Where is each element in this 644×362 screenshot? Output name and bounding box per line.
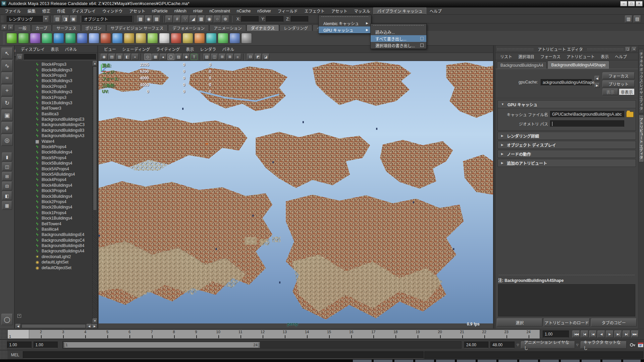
camera-tool-icon[interactable]: ▥ bbox=[116, 54, 123, 60]
x-input[interactable] bbox=[241, 16, 259, 22]
browse-folder-icon[interactable] bbox=[626, 112, 634, 117]
outliner-item[interactable]: ϟ BellTower4 bbox=[15, 221, 92, 226]
select-hierarchy-icon[interactable]: ▩ bbox=[137, 15, 144, 23]
current-frame-marker[interactable]: 1 bbox=[8, 330, 29, 339]
shelf-tab[interactable]: ポリゴン bbox=[81, 24, 106, 31]
snap-point-icon[interactable]: ∵ bbox=[181, 15, 189, 23]
option-box-icon[interactable] bbox=[420, 44, 424, 47]
viewport-canvas[interactable]: 頂点:220500エッジ:620000フェース:400000三角形:400000… bbox=[99, 61, 493, 328]
shading-toggle-icon[interactable]: ◆ bbox=[183, 54, 190, 60]
shelf-tool[interactable] bbox=[182, 33, 193, 44]
shading-toggle-icon[interactable]: T bbox=[191, 54, 198, 60]
outliner-item[interactable]: ϟ Block5AProps4 bbox=[15, 166, 92, 171]
current-time-field[interactable]: 1.00 bbox=[543, 330, 569, 338]
menu-item[interactable]: アセット bbox=[126, 7, 149, 14]
display-toggle-icon[interactable]: ⊠ bbox=[226, 54, 233, 60]
shelf-tool[interactable] bbox=[124, 33, 135, 44]
y-input[interactable] bbox=[266, 16, 283, 22]
ae-drag-handle[interactable] bbox=[497, 48, 534, 51]
frame-tick[interactable]: 15 bbox=[318, 330, 340, 339]
gpu-submenu-item[interactable]: 選択項目の書き出し... bbox=[371, 42, 426, 49]
close-button[interactable]: × bbox=[636, 1, 643, 6]
ae-menu-item[interactable]: 表示 bbox=[598, 54, 611, 59]
menu-item[interactable]: マッスル bbox=[351, 7, 373, 14]
select-object-icon[interactable]: ◉ bbox=[145, 15, 152, 23]
menu-item[interactable]: 作成 bbox=[54, 7, 68, 14]
menu-item[interactable]: ウィンドウ bbox=[99, 7, 126, 14]
shelf-tab[interactable]: アニメーション bbox=[209, 24, 246, 31]
viewport-menu-item[interactable]: ライティング bbox=[153, 46, 182, 52]
menu-set-selector[interactable]: レンダリング bbox=[7, 16, 43, 22]
shelf-tool[interactable] bbox=[218, 33, 228, 44]
select-tool[interactable]: ↖ bbox=[1, 48, 13, 59]
outliner-item[interactable]: ϟ Block5Props4 bbox=[15, 155, 92, 161]
show-toolsettings-icon[interactable]: ▤ bbox=[634, 15, 641, 23]
dropdown-arrow-icon[interactable]: ▽ bbox=[517, 343, 519, 347]
timeline-grip[interactable] bbox=[0, 329, 7, 339]
save-scene-icon[interactable]: ▣ bbox=[70, 15, 77, 23]
shelf-menu-button[interactable]: ▼ bbox=[2, 25, 7, 30]
outliner-item[interactable]: ◉ defaultObjectSet bbox=[15, 265, 92, 270]
scroll-down-icon[interactable]: ▼ bbox=[93, 318, 97, 323]
open-scene-icon[interactable]: ◨ bbox=[62, 15, 69, 23]
frame-tick[interactable]: 3 bbox=[52, 330, 74, 339]
shelf-tab[interactable]: レンダリング bbox=[279, 24, 312, 31]
outliner-menu-item[interactable]: ディスプレイ bbox=[18, 46, 47, 52]
frame-tick[interactable]: 17 bbox=[362, 330, 384, 339]
frame-tick[interactable]: 10 bbox=[207, 330, 229, 339]
ae-menu-item[interactable]: 選択項目 bbox=[516, 54, 537, 59]
layout-preset[interactable]: ▦ bbox=[2, 201, 12, 210]
shelf-tool[interactable] bbox=[136, 33, 146, 44]
outliner-item[interactable]: ϟ Block1Buildings3 bbox=[15, 100, 92, 106]
snap-curve-icon[interactable]: # bbox=[173, 15, 181, 23]
statusline-grip[interactable] bbox=[1, 15, 4, 23]
option-box-icon[interactable] bbox=[420, 37, 424, 40]
menu-item[interactable]: ファイル bbox=[1, 7, 24, 14]
anim-end-field[interactable]: 48.00 bbox=[490, 342, 515, 348]
outliner-item[interactable]: ϟ BackgroundBuildingsC4 bbox=[15, 238, 92, 243]
camera-tool-icon[interactable]: ◧ bbox=[124, 54, 131, 60]
viewport-menu-item[interactable]: パネル bbox=[219, 46, 237, 52]
auto-key-icon[interactable] bbox=[629, 342, 636, 348]
frame-tick[interactable]: 6 bbox=[118, 330, 141, 339]
viewport-menu-item[interactable]: シェーディング bbox=[119, 46, 153, 52]
shelf-tool[interactable] bbox=[241, 33, 252, 44]
range-slider-trough[interactable]: 1 24 bbox=[62, 341, 462, 349]
outliner-hscrollbar[interactable]: ◀ ◀ ▶ bbox=[15, 323, 97, 328]
step-back-frame-button[interactable]: |◀ bbox=[581, 330, 588, 338]
ae-section-header[interactable]: ▶ 追加のアトリビュート bbox=[497, 159, 636, 167]
shading-toggle-icon[interactable]: ▨ bbox=[175, 54, 182, 60]
shelf-tool[interactable] bbox=[147, 33, 158, 44]
frame-tick[interactable]: 13 bbox=[274, 330, 296, 339]
menu-item[interactable]: nConstraint bbox=[206, 7, 233, 14]
outliner-item[interactable]: ϟ BackgroundBuildingsB4 bbox=[15, 243, 92, 248]
outliner-item[interactable]: ϟ BellTower3 bbox=[15, 106, 92, 111]
ae-section-header[interactable]: ▶ ノードの動作 bbox=[497, 150, 636, 158]
snap-view-icon[interactable]: ○ bbox=[214, 15, 221, 23]
z-input[interactable] bbox=[291, 16, 308, 22]
frame-tick[interactable]: 21 bbox=[451, 330, 473, 339]
go-to-end-button[interactable]: ▶▶| bbox=[631, 330, 639, 338]
outliner-item[interactable]: ◉ defaultLightSet bbox=[15, 259, 92, 265]
pipeline-menu-item[interactable]: GPU キャッシュ ▶ bbox=[319, 26, 371, 33]
shading-toggle-icon[interactable]: ◇ bbox=[144, 54, 151, 60]
frame-tick[interactable]: 9 bbox=[185, 330, 207, 339]
shading-toggle-icon[interactable]: ● bbox=[160, 54, 167, 60]
outliner-item[interactable]: ϟ BackgroundBuildingsE3 bbox=[15, 117, 92, 122]
isolate-toggle-icon[interactable]: ◩ bbox=[255, 54, 262, 60]
scroll-handle[interactable] bbox=[21, 324, 86, 328]
outliner-item[interactable]: ϟ Basillica3 bbox=[15, 111, 92, 117]
scroll-left-icon[interactable]: ◀ bbox=[15, 324, 21, 328]
paint-select-tool[interactable]: ≈ bbox=[1, 72, 13, 84]
outliner-search-input[interactable] bbox=[24, 54, 96, 60]
ae-menu-item[interactable]: リスト bbox=[497, 54, 515, 59]
frame-tick[interactable]: 7 bbox=[141, 330, 163, 339]
shelf-tool[interactable] bbox=[112, 33, 123, 44]
outliner-menu-item[interactable]: 表示 bbox=[48, 46, 61, 52]
ae-restore-icon[interactable]: ❏ bbox=[625, 47, 630, 52]
frame-tick[interactable]: 23 bbox=[495, 330, 518, 339]
shelf-tool[interactable] bbox=[171, 33, 181, 44]
isolate-toggle-icon[interactable]: ◪ bbox=[262, 54, 269, 60]
snap-surface-icon[interactable]: ▦ bbox=[198, 15, 205, 23]
frame-tick[interactable]: 5 bbox=[96, 330, 118, 339]
